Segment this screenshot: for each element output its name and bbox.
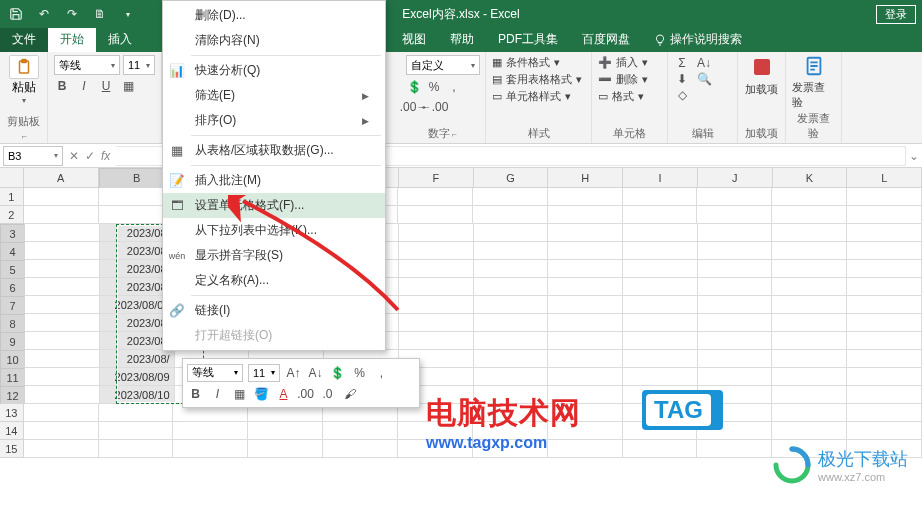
formula-bar-expand-icon[interactable]: ⌄ (906, 149, 922, 163)
mini-size-select[interactable]: 11▾ (248, 364, 280, 382)
cell[interactable] (474, 296, 549, 314)
cell[interactable] (548, 224, 623, 242)
fx-icon[interactable]: fx (101, 149, 110, 163)
cell[interactable] (847, 296, 922, 314)
cell[interactable] (25, 350, 100, 368)
tab-help[interactable]: 帮助 (438, 27, 486, 52)
tab-file[interactable]: 文件 (0, 27, 48, 52)
cell[interactable] (323, 440, 398, 458)
cell[interactable] (772, 242, 847, 260)
cell[interactable] (623, 350, 698, 368)
cell[interactable] (25, 386, 100, 404)
ctx-filter[interactable]: 筛选(E)▶ (163, 83, 385, 108)
row-header[interactable]: 2 (0, 206, 24, 224)
cell[interactable] (99, 422, 174, 440)
cell[interactable] (548, 368, 623, 386)
cell[interactable] (248, 440, 323, 458)
cell[interactable] (173, 422, 248, 440)
cell[interactable] (474, 260, 549, 278)
cell[interactable] (772, 260, 847, 278)
cell[interactable] (548, 350, 623, 368)
undo-icon[interactable]: ↶ (32, 3, 56, 25)
underline-button[interactable]: U (98, 78, 114, 94)
ctx-sort[interactable]: 排序(O)▶ (163, 108, 385, 133)
cell[interactable] (847, 314, 922, 332)
row-header[interactable]: 13 (0, 404, 24, 422)
comma-button[interactable]: , (446, 79, 462, 95)
cell[interactable] (698, 314, 773, 332)
name-box[interactable]: B3▾ (3, 146, 63, 166)
tab-netdisk[interactable]: 百度网盘 (570, 27, 642, 52)
mini-format-painter-button[interactable]: 🖌 (341, 385, 358, 402)
cell[interactable] (399, 314, 474, 332)
cell[interactable] (772, 314, 847, 332)
cell[interactable] (25, 242, 100, 260)
cell[interactable] (548, 260, 623, 278)
select-all-corner[interactable] (0, 168, 24, 188)
cell[interactable] (399, 278, 474, 296)
cell[interactable] (548, 206, 623, 224)
mini-comma-button[interactable]: , (373, 364, 390, 381)
col-H[interactable]: H (548, 168, 623, 188)
cell[interactable] (698, 332, 773, 350)
cell[interactable] (24, 404, 99, 422)
cell[interactable] (474, 332, 549, 350)
ctx-get-data[interactable]: ▦从表格/区域获取数据(G)... (163, 138, 385, 163)
cell[interactable] (398, 188, 473, 206)
number-format-select[interactable]: 自定义▾ (406, 55, 480, 75)
cancel-icon[interactable]: ✕ (69, 149, 79, 163)
cell[interactable] (623, 206, 698, 224)
cell[interactable] (398, 206, 473, 224)
cell[interactable] (697, 440, 772, 458)
mini-fill-color-button[interactable]: 🪣 (253, 385, 270, 402)
cell[interactable] (623, 440, 698, 458)
cell[interactable] (698, 242, 773, 260)
bold-button[interactable]: B (54, 78, 70, 94)
delete-cells-button[interactable]: ➖删除 ▾ (598, 72, 661, 87)
row-header[interactable]: 4 (0, 242, 25, 262)
cell[interactable] (24, 422, 99, 440)
clear-button[interactable]: ◇ (674, 87, 690, 103)
row-header[interactable]: 15 (0, 440, 24, 458)
cell[interactable] (548, 314, 623, 332)
cell[interactable] (847, 206, 922, 224)
cell[interactable] (474, 278, 549, 296)
ctx-format-cells[interactable]: 🗔设置单元格格式(F)... (163, 193, 385, 218)
print-preview-icon[interactable]: 🗎 (88, 3, 112, 25)
col-A[interactable]: A (24, 168, 99, 188)
mini-percent-button[interactable]: % (351, 364, 368, 381)
cell[interactable] (772, 188, 847, 206)
currency-button[interactable]: 💲 (406, 79, 422, 95)
cell[interactable]: 2023/08/10 (100, 386, 175, 404)
cell[interactable] (474, 242, 549, 260)
italic-button[interactable]: I (76, 78, 92, 94)
cell[interactable] (623, 368, 698, 386)
tab-insert[interactable]: 插入 (96, 27, 144, 52)
grow-font-button[interactable]: A↑ (285, 364, 302, 381)
autosum-button[interactable]: Σ (674, 55, 690, 71)
save-icon[interactable] (4, 3, 28, 25)
cell[interactable] (25, 314, 100, 332)
col-L[interactable]: L (847, 168, 922, 188)
ctx-show-pinyin[interactable]: wén显示拼音字段(S) (163, 243, 385, 268)
mini-currency-button[interactable]: 💲 (329, 364, 346, 381)
cell[interactable] (24, 188, 99, 206)
cell-styles-button[interactable]: ▭单元格样式 ▾ (492, 89, 585, 104)
cell[interactable] (399, 260, 474, 278)
cell[interactable] (25, 224, 100, 242)
cell[interactable] (698, 278, 773, 296)
ctx-insert-comment[interactable]: 📝插入批注(M) (163, 168, 385, 193)
fill-button[interactable]: ⬇ (674, 71, 690, 87)
cell[interactable] (474, 314, 549, 332)
cell[interactable] (399, 224, 474, 242)
row-header[interactable]: 14 (0, 422, 24, 440)
cell[interactable] (399, 242, 474, 260)
cell[interactable] (248, 422, 323, 440)
cell[interactable] (474, 368, 549, 386)
row-header[interactable]: 6 (0, 278, 25, 298)
redo-icon[interactable]: ↷ (60, 3, 84, 25)
find-button[interactable]: 🔍 (696, 71, 712, 87)
cell[interactable] (772, 386, 847, 404)
invoice-check-button[interactable]: 发票查验 (792, 55, 835, 110)
font-name-select[interactable]: 等线▾ (54, 55, 120, 75)
